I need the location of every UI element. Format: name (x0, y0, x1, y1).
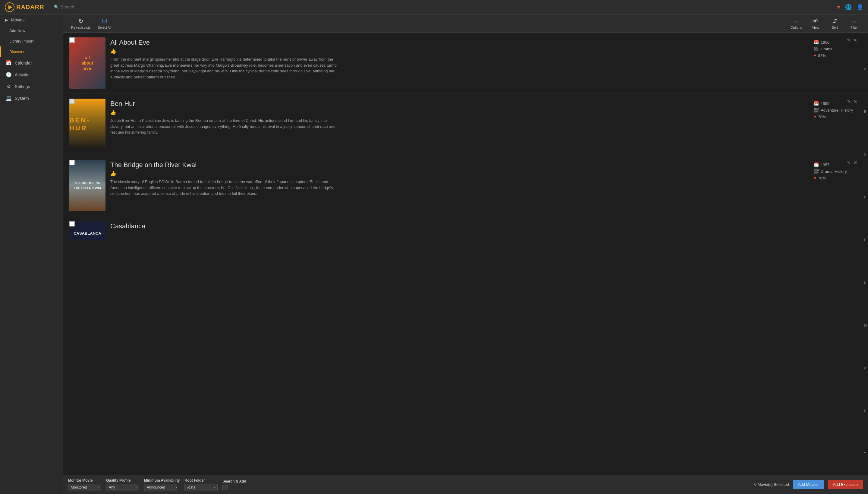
monitor-movie-select-wrapper: Monitored Unmonitored (68, 484, 101, 491)
movie-like-bridge[interactable]: 👍 (110, 171, 809, 176)
alpha-o[interactable]: O (864, 366, 867, 370)
movie-genre-row-3: 🎬 Drama, History (814, 169, 862, 174)
quality-profile-select[interactable]: Any HD-1080p HD-720p (106, 484, 139, 491)
movie-checkbox-casablanca[interactable] (69, 221, 75, 227)
sidebar-item-calendar[interactable]: 📅 Calendar (0, 57, 63, 69)
rating-icon-3: ♥ (814, 175, 816, 180)
checkbox-icon: ☑ (102, 18, 107, 25)
options-button[interactable]: ☷ Options (787, 16, 805, 31)
search-input[interactable] (61, 4, 115, 10)
movie-year-2: 1959 (821, 101, 829, 106)
play-icon: ▶ (5, 18, 8, 22)
movie-like-all-about-eve[interactable]: 👍 (110, 48, 809, 54)
edit-icon[interactable]: ✎ (847, 37, 851, 43)
toolbar-right: ☷ Options 👁 View ⇵ Sort ☷ Filter (787, 16, 863, 31)
clock-icon: 🕐 (6, 72, 12, 77)
genre-icon: 🎬 (814, 46, 819, 51)
view-label: View (812, 26, 819, 29)
system-icon: 💻 (6, 95, 12, 101)
search-container: 🔍 (52, 4, 118, 10)
user-icon[interactable]: 👤 (856, 4, 863, 11)
movie-like-ben-hur[interactable]: 👍 (110, 110, 809, 115)
sidebar-item-discover[interactable]: Discover (0, 46, 63, 57)
search-icon: 🔍 (54, 4, 59, 10)
add-movies-button[interactable]: Add Movies (793, 480, 824, 489)
sidebar-item-activity[interactable]: 🕐 Activity (0, 69, 63, 80)
movie-poster-bridge: THE BRIDGE ON THE RIVER KWAI (69, 160, 105, 211)
sidebar-add-new-label: Add New (9, 28, 25, 33)
genre-icon-2: 🎬 (814, 108, 819, 113)
movie-rating-3: 78% (818, 176, 826, 180)
options-icon: ☷ (793, 18, 799, 25)
search-add-label: Search & Add (222, 479, 246, 483)
movie-title-all-about-eve: All About Eve (110, 39, 809, 46)
alpha-c[interactable]: C (864, 153, 867, 156)
sidebar-item-library-import[interactable]: Library Import (0, 36, 63, 46)
movie-genre-3: Drama, History (821, 169, 847, 174)
view-icon: 👁 (812, 18, 818, 25)
refresh-icon: ↻ (78, 18, 83, 25)
alpha-a[interactable]: A (864, 67, 867, 71)
alpha-i[interactable]: I (864, 238, 867, 242)
movie-rating: 82% (818, 53, 826, 58)
alpha-d[interactable]: D (864, 195, 867, 199)
movie-genre: Drama (821, 47, 832, 51)
edit-icon-3[interactable]: ✎ (847, 160, 851, 166)
logo: RADARR (5, 2, 44, 12)
movie-checkbox-bridge[interactable] (69, 160, 75, 165)
alpha-index: A B C D I L M O S T (863, 66, 868, 457)
calendar-meta-icon-3: 📅 (814, 162, 819, 167)
view-button[interactable]: 👁 View (807, 16, 825, 31)
bottom-bar: Monitor Movie Monitored Unmonitored Qual… (63, 475, 868, 494)
filter-icon: ☷ (851, 18, 857, 25)
root-folder-select[interactable]: /data (184, 484, 218, 491)
search-add-checkbox[interactable] (222, 484, 228, 490)
movie-actions-bridge: ✎ ✕ (847, 160, 857, 166)
movie-item-ben-hur: BEN-HUR Ben-Hur 👍 Judah Ben-Hur, a Pales… (63, 94, 868, 155)
app-header: RADARR 🔍 ♥ 🌐 👤 (0, 0, 868, 15)
logo-text: RADARR (16, 4, 44, 11)
root-folder-select-wrapper: /data (184, 484, 218, 491)
sidebar: ▶ Movies Add New Library Import Discover… (0, 15, 63, 494)
remove-icon-3[interactable]: ✕ (853, 160, 857, 166)
sidebar-item-settings[interactable]: ⚙ Settings (0, 80, 63, 92)
edit-icon-2[interactable]: ✎ (847, 99, 851, 104)
language-icon[interactable]: 🌐 (845, 4, 852, 11)
alpha-m[interactable]: M (864, 324, 867, 327)
remove-icon-2[interactable]: ✕ (853, 99, 857, 104)
minimum-availability-field: Minimum Availability Announced In Cinema… (144, 478, 180, 491)
sidebar-item-add-new[interactable]: Add New (0, 25, 63, 36)
alpha-b[interactable]: B (864, 110, 867, 113)
options-label: Options (791, 26, 802, 29)
alpha-t[interactable]: T (864, 452, 867, 455)
minimum-availability-select-wrapper: Announced In Cinemas Released (144, 484, 180, 491)
select-all-button[interactable]: ☑ Select All (95, 16, 114, 31)
minimum-availability-select[interactable]: Announced In Cinemas Released (144, 484, 177, 491)
movie-actions-ben-hur: ✎ ✕ (847, 99, 857, 104)
movie-year: 1950 (821, 40, 829, 45)
movie-genre-row-2: 🎬 Adventure, History (814, 108, 862, 113)
add-exclusion-button[interactable]: Add Exclusion (828, 480, 863, 489)
sidebar-item-movies[interactable]: ▶ Movies (0, 15, 63, 25)
alpha-s[interactable]: S (864, 409, 867, 413)
movie-title-casablanca: Casablanca (110, 222, 862, 230)
filter-button[interactable]: ☷ Filter (845, 16, 863, 31)
genre-icon-3: 🎬 (814, 169, 819, 174)
movie-checkbox-all-about-eve[interactable] (69, 37, 75, 43)
bottom-right: 0 Movie(s) Selected Add Movies Add Exclu… (754, 480, 863, 489)
sort-button[interactable]: ⇵ Sort (826, 16, 844, 31)
refresh-lists-button[interactable]: ↻ Refresh Lists (68, 16, 94, 31)
movie-checkbox-ben-hur[interactable] (69, 99, 75, 104)
rating-icon-2: ♥ (814, 114, 816, 119)
movie-rating-row-3: ♥ 78% (814, 175, 862, 180)
sidebar-movies-label: Movies (11, 18, 24, 22)
monitor-movie-select[interactable]: Monitored Unmonitored (68, 484, 101, 491)
remove-icon[interactable]: ✕ (853, 37, 857, 43)
heart-icon[interactable]: ♥ (837, 4, 840, 10)
movie-info-ben-hur: Ben-Hur 👍 Judah Ben-Hur, a Palestinian J… (110, 99, 809, 135)
sidebar-library-import-label: Library Import (9, 39, 34, 43)
movie-title-bridge: The Bridge on the River Kwai (110, 161, 809, 169)
minimum-availability-label: Minimum Availability (144, 478, 180, 482)
sidebar-item-system[interactable]: 💻 System (0, 92, 63, 104)
alpha-l[interactable]: L (864, 281, 867, 284)
